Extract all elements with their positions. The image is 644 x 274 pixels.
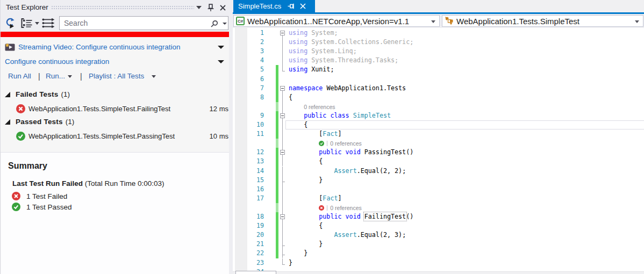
code-line-7[interactable]: 7namespace WebApplication1.Tests <box>233 84 644 93</box>
tab-simpletest[interactable]: SimpleTest.cs <box>233 0 315 12</box>
line-number[interactable]: 6 <box>245 75 264 84</box>
codelens-indicator[interactable]: 0 references <box>319 140 361 147</box>
line-number[interactable]: 1 <box>245 28 264 38</box>
line-number[interactable]: 3 <box>245 47 264 56</box>
configure-ci-link-row[interactable]: Configure continuous integration <box>1 55 230 67</box>
close-button[interactable] <box>217 0 228 15</box>
line-number[interactable]: 10 <box>245 120 264 129</box>
code-line-1[interactable]: 1using System; <box>233 28 644 38</box>
outlining-margin[interactable] <box>280 84 287 93</box>
window-position-button[interactable] <box>194 0 204 15</box>
code-line-15[interactable]: 15 } <box>233 176 644 185</box>
type-dropdown[interactable]: WebApplication1.Tests.SimpleTest <box>442 15 643 27</box>
code-line-24[interactable]: 24 <box>233 268 644 271</box>
line-number[interactable]: 5 <box>245 65 264 74</box>
codelens-row[interactable]: 0 references <box>233 139 644 148</box>
expander-expanded-icon[interactable] <box>4 119 11 125</box>
outlining-margin[interactable] <box>280 212 287 221</box>
search-options-chevron-icon[interactable] <box>223 23 227 25</box>
line-number[interactable]: 11 <box>245 129 264 139</box>
code-line-13[interactable]: 13 { <box>233 157 644 166</box>
summary-failed-item[interactable]: 1 Test Failed <box>12 192 20 201</box>
line-number[interactable]: 19 <box>245 221 264 230</box>
summary-passed-item[interactable]: 1 Test Passed <box>12 203 20 212</box>
codelens-references[interactable]: 0 references <box>330 140 361 147</box>
tab-pin-icon[interactable] <box>288 3 295 10</box>
code-line-9[interactable]: 9 public class SimpleTest <box>233 111 644 120</box>
codelens-indicator[interactable]: 0 references <box>319 204 361 212</box>
code-line-16[interactable]: 16 <box>233 185 644 194</box>
test-name[interactable]: WebApplication1.Tests.SimpleTest.Failing… <box>28 104 170 114</box>
codelens-row[interactable]: 0 references <box>233 203 644 212</box>
code-line-21[interactable]: 21 } <box>233 240 644 249</box>
line-number[interactable]: 22 <box>245 249 264 258</box>
outlining-margin[interactable] <box>280 148 287 157</box>
codelens-row[interactable]: 0 references <box>233 102 644 111</box>
chevron-down-icon[interactable] <box>68 75 72 78</box>
code-line-17[interactable]: 17 [Fact] <box>233 194 644 203</box>
search-icon[interactable] <box>211 20 218 27</box>
line-number[interactable]: 14 <box>245 167 264 176</box>
chevron-down-icon[interactable] <box>218 60 224 63</box>
passed-tests-group-header[interactable]: Passed Tests (1) <box>1 117 230 127</box>
tab-close-icon[interactable] <box>300 3 306 9</box>
group-by-dropdown[interactable] <box>34 15 40 31</box>
line-number[interactable]: 21 <box>245 240 264 249</box>
line-number[interactable]: 17 <box>245 194 264 203</box>
test-row-failing[interactable]: WebApplication1.Tests.SimpleTest.Failing… <box>1 104 230 114</box>
line-number[interactable]: 20 <box>245 230 264 240</box>
code-line-6[interactable]: 6 <box>233 75 644 84</box>
project-dropdown[interactable]: C# WebApplication1..NETCoreApp,Version=v… <box>233 15 440 27</box>
test-row-passing[interactable]: WebApplication1.Tests.SimpleTest.Passing… <box>1 131 230 141</box>
codelens-references[interactable]: 0 references <box>330 205 361 211</box>
search-input[interactable]: Search <box>59 16 228 30</box>
line-number[interactable]: 15 <box>245 176 264 185</box>
code-line-18[interactable]: 18 public void FailingTest() <box>233 212 644 221</box>
horizontal-scrollbar[interactable] <box>233 271 644 274</box>
code-line-2[interactable]: 2using System.Collections.Generic; <box>233 38 644 47</box>
code-line-10[interactable]: 10 { <box>233 120 644 129</box>
test-explorer-titlebar[interactable]: Test Explorer <box>1 0 230 15</box>
codelens-references[interactable]: 0 references <box>304 104 335 110</box>
filter-button[interactable] <box>41 15 55 31</box>
code-line-4[interactable]: 4using System.Threading.Tasks; <box>233 56 644 65</box>
run-tests-button[interactable] <box>4 15 17 31</box>
chevron-down-icon[interactable] <box>152 75 156 78</box>
configure-ci-link[interactable]: Configure continuous integration <box>5 57 109 66</box>
line-number[interactable]: 13 <box>245 157 264 166</box>
code-line-5[interactable]: 5using Xunit; <box>233 65 644 74</box>
code-line-8[interactable]: 8{ <box>233 93 644 102</box>
streaming-video-link[interactable]: Streaming Video: Configure continuous in… <box>18 43 180 51</box>
code-line-3[interactable]: 3using System.Linq; <box>233 47 644 56</box>
failed-tests-group-header[interactable]: Failed Tests (1) <box>1 89 230 99</box>
line-number[interactable]: 7 <box>245 84 264 93</box>
panel-splitter[interactable] <box>229 0 233 274</box>
zoom-control[interactable] <box>235 271 276 274</box>
code-line-14[interactable]: 14 Assert.Equal(2, 2); <box>233 167 644 176</box>
code-line-19[interactable]: 19 { <box>233 221 644 230</box>
group-by-button[interactable] <box>20 15 34 31</box>
chevron-down-icon[interactable] <box>218 46 224 49</box>
line-number[interactable]: 8 <box>245 93 264 102</box>
line-number[interactable]: 2 <box>245 38 264 47</box>
run-menu-link[interactable]: Run... <box>46 70 65 82</box>
outlining-margin[interactable] <box>280 28 287 38</box>
streaming-video-link-row[interactable]: Streaming Video: Configure continuous in… <box>1 41 230 53</box>
line-number[interactable]: 16 <box>245 185 264 194</box>
line-number[interactable]: 12 <box>245 148 264 157</box>
line-number[interactable]: 23 <box>245 258 264 268</box>
line-number[interactable]: 18 <box>245 212 264 221</box>
codelens-indicator[interactable]: 0 references <box>304 103 335 111</box>
code-line-12[interactable]: 12 public void PassingTest() <box>233 148 644 157</box>
code-line-23[interactable]: 23} <box>233 258 644 268</box>
expander-expanded-icon[interactable] <box>4 91 11 98</box>
code-line-11[interactable]: 11 [Fact] <box>233 129 644 139</box>
line-number[interactable]: 9 <box>245 111 264 120</box>
run-all-link[interactable]: Run All <box>8 70 31 82</box>
code-editor[interactable]: 1using System;2using System.Collections.… <box>233 28 644 271</box>
code-line-20[interactable]: 20 Assert.Equal(2, 3); <box>233 230 644 240</box>
code-line-22[interactable]: 22 } <box>233 249 644 258</box>
pin-button[interactable] <box>205 0 216 15</box>
outlining-margin[interactable] <box>280 111 287 120</box>
test-name[interactable]: WebApplication1.Tests.SimpleTest.Passing… <box>28 131 175 141</box>
